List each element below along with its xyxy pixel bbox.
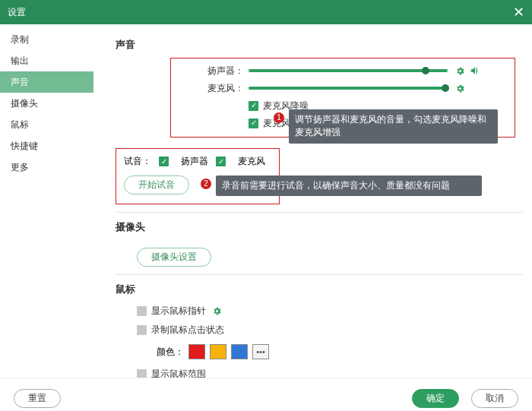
mic-label: 麦克风： (194, 82, 249, 95)
volume-icon[interactable] (470, 65, 480, 76)
annotation-callout-2: 2 录音前需要进行试音，以确保声音大小、质量都没有问题 (216, 175, 482, 196)
color-label: 颜色： (157, 346, 184, 359)
mic-enhance-checkbox[interactable] (249, 119, 258, 128)
start-test-button[interactable]: 开始试音 (124, 175, 189, 194)
sidebar: 录制 输出 声音 摄像头 鼠标 快捷键 更多 (0, 24, 94, 378)
section-title-mouse: 鼠标 (116, 283, 523, 296)
speaker-slider-thumb[interactable] (422, 67, 429, 74)
color-swatch-red[interactable] (188, 344, 205, 359)
cancel-button[interactable]: 取消 (471, 389, 518, 408)
show-pointer-checkbox[interactable] (137, 306, 147, 316)
record-click-label: 录制鼠标点击状态 (151, 324, 224, 337)
sidebar-item-output[interactable]: 输出 (0, 50, 93, 71)
sidebar-item-sound[interactable]: 声音 (0, 71, 93, 93)
sidebar-item-camera[interactable]: 摄像头 (0, 93, 93, 114)
sidebar-item-hotkeys[interactable]: 快捷键 (0, 135, 93, 156)
annotation-text: 调节扬声器和麦克风的音量，勾选麦克风降噪和麦克风增强 (295, 113, 492, 140)
test-speaker-checkbox[interactable] (159, 156, 169, 166)
divider (116, 212, 523, 213)
mic-noise-checkbox[interactable] (249, 101, 258, 111)
click-color-row: 颜色： ••• (157, 344, 523, 359)
divider (116, 274, 523, 275)
section-title-sound: 声音 (116, 38, 523, 52)
annotation-number-icon: 2 (201, 179, 211, 189)
mic-slider[interactable] (249, 87, 448, 90)
annotation-text: 录音前需要进行试音，以确保声音大小、质量都没有问题 (222, 179, 450, 192)
test-mic-checkbox[interactable] (216, 156, 226, 166)
speaker-label: 扬声器： (194, 65, 249, 77)
sidebar-item-more[interactable]: 更多 (0, 156, 93, 178)
color-swatch-blue[interactable] (231, 344, 248, 359)
sidebar-item-record[interactable]: 录制 (0, 29, 93, 50)
color-swatch-more[interactable]: ••• (252, 344, 269, 359)
color-swatch-orange[interactable] (210, 344, 226, 359)
show-pointer-label: 显示鼠标指针 (151, 305, 206, 318)
camera-settings-button[interactable]: 摄像头设置 (137, 248, 211, 267)
speaker-slider[interactable] (249, 69, 448, 72)
section-title-camera: 摄像头 (116, 220, 523, 234)
ok-button[interactable]: 确定 (412, 389, 459, 408)
footer: 重置 确定 取消 (0, 378, 532, 411)
test-speaker-label: 扬声器 (181, 155, 208, 168)
mic-slider-thumb[interactable] (442, 84, 449, 92)
titlebar: 设置 ✕ (0, 0, 532, 24)
gear-icon[interactable] (455, 66, 465, 76)
window-title: 设置 (8, 6, 26, 19)
test-label: 试音： (124, 155, 151, 168)
annotation-number-icon: 1 (274, 112, 284, 123)
record-click-checkbox[interactable] (137, 325, 147, 335)
test-mic-label: 麦克风 (238, 155, 265, 168)
gear-icon[interactable] (212, 306, 222, 316)
sidebar-item-mouse[interactable]: 鼠标 (0, 114, 93, 135)
close-icon[interactable]: ✕ (513, 5, 524, 19)
content-pane: 声音 扬声器： 麦克风： (94, 24, 532, 378)
reset-button[interactable]: 重置 (14, 389, 61, 408)
annotation-callout-1: 1 调节扬声器和麦克风的音量，勾选麦克风降噪和麦克风增强 (289, 109, 498, 144)
show-range-label: 显示鼠标范围 (151, 368, 206, 378)
show-range-checkbox[interactable] (137, 369, 147, 378)
gear-icon[interactable] (455, 84, 465, 93)
